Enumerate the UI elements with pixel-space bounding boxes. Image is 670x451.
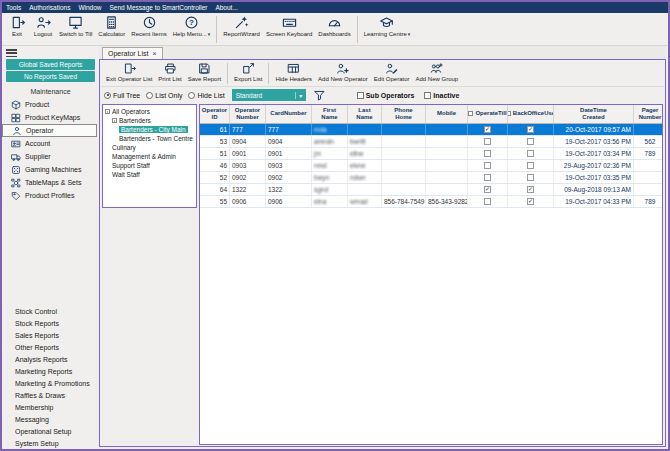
- sidebar-item-analysis-reports[interactable]: Analysis Reports: [2, 353, 99, 365]
- dropdown-arrow-icon[interactable]: ▾: [295, 92, 306, 99]
- exit-button[interactable]: Exit: [4, 14, 30, 45]
- sidebar-item-operator[interactable]: Operator: [2, 124, 97, 137]
- sidebar-item-product-keymaps[interactable]: Product KeyMaps: [2, 111, 99, 124]
- column-header-card[interactable]: CardNumber: [266, 105, 312, 123]
- menu-item-authorisations[interactable]: Authorisations: [29, 4, 70, 11]
- tree-item-management-admin[interactable]: Management & Admin: [103, 152, 196, 161]
- filter-funnel-button[interactable]: [313, 89, 326, 102]
- column-header-pager[interactable]: Pager Number: [634, 105, 663, 123]
- sidebar-item-product[interactable]: Product: [2, 98, 99, 111]
- main-toolbar: ExitLogoutSwitch to TillCalculatorRecent…: [2, 13, 668, 46]
- till-checkbox[interactable]: ✓: [484, 126, 491, 133]
- sidebar-item-product-profiles[interactable]: Product Profiles: [2, 189, 99, 202]
- sidebar-item-other-reports[interactable]: Other Reports: [2, 341, 99, 353]
- screen-keyboard-button[interactable]: Screen Keyboard: [263, 14, 315, 45]
- menu-item-about[interactable]: About...: [215, 4, 237, 11]
- sidebar-item-messaging[interactable]: Messaging: [2, 413, 99, 425]
- till-checkbox[interactable]: [484, 150, 491, 157]
- table-row[interactable]: 6413221322sgnd✓✓09-Aug-2018 09:13 AM: [200, 184, 662, 196]
- add-new-operator-button[interactable]: Add New Operator: [315, 61, 371, 86]
- table-row[interactable]: 5109010901jmelbw19-Oct-2017 03:34 PM789: [200, 148, 662, 160]
- hide-headers-button[interactable]: Hide Headers: [272, 61, 315, 86]
- radio-list-only[interactable]: List Only: [146, 92, 182, 99]
- back-checkbox[interactable]: ✓: [527, 126, 534, 133]
- report-wizard-button[interactable]: ReportWizard: [220, 14, 263, 45]
- column-header-first[interactable]: First Name: [312, 105, 348, 123]
- no-reports-saved-button[interactable]: No Reports Saved: [6, 71, 95, 82]
- hamburger-menu-icon[interactable]: [6, 49, 17, 57]
- sidebar-item-marketing-promotions[interactable]: Marketing & Promotions: [2, 377, 99, 389]
- column-header-back[interactable]: BackOfficeUse: [508, 105, 554, 123]
- column-header-mobile[interactable]: Mobile: [426, 105, 468, 123]
- help-menu-button[interactable]: ?Help Menu...▾: [170, 14, 214, 45]
- checkbox-sub-operators[interactable]: Sub Operators: [357, 92, 415, 99]
- sidebar-item-label: Gaming Machines: [25, 166, 81, 173]
- table-row[interactable]: 5309040904amndnbwrtlt19-Oct-2017 03:56 P…: [200, 136, 662, 148]
- menu-item-send-message-to-smartcontroller[interactable]: Send Message to SmartController: [110, 4, 208, 11]
- sidebar-item-stock-reports[interactable]: Stock Reports: [2, 317, 99, 329]
- sidebar-item-system-setup[interactable]: System Setup: [2, 437, 99, 449]
- sidebar-item-raffles-draws[interactable]: Raffles & Draws: [2, 389, 99, 401]
- save-report-button[interactable]: Save Report: [185, 61, 224, 86]
- sidebar-item-stock-control[interactable]: Stock Control: [2, 305, 99, 317]
- table-row[interactable]: 61777777mda✓✓20-Oct-2017 09:57 AM: [200, 124, 662, 136]
- till-checkbox[interactable]: [484, 138, 491, 145]
- tree-item-support-staff[interactable]: Support Staff: [103, 161, 196, 170]
- sidebar-item-operational-setup[interactable]: Operational Setup: [2, 425, 99, 437]
- back-checkbox[interactable]: ✓: [527, 186, 534, 193]
- calculator-button[interactable]: Calculator: [95, 14, 128, 45]
- column-header-number[interactable]: Operator Number: [230, 105, 266, 123]
- learning-centre-button[interactable]: Learning Centre▾: [361, 14, 414, 45]
- recent-items-button[interactable]: Recent Items: [128, 14, 169, 45]
- checkbox-inactive[interactable]: Inactive: [424, 92, 459, 99]
- tree-item-wait-staff[interactable]: Wait Staff: [103, 170, 196, 179]
- column-header-last[interactable]: Last Name: [348, 105, 382, 123]
- tab-operator-list[interactable]: Operator List ×: [102, 47, 163, 59]
- tree-item-culinary[interactable]: Culinary: [103, 143, 196, 152]
- tree-expander-icon[interactable]: [105, 109, 110, 114]
- till-checkbox[interactable]: [484, 198, 491, 205]
- sidebar-item-marketing-reports[interactable]: Marketing Reports: [2, 365, 99, 377]
- print-list-button[interactable]: Print List: [155, 61, 184, 86]
- logout-button[interactable]: Logout: [30, 14, 56, 45]
- column-header-till[interactable]: OperateTill: [468, 105, 508, 123]
- global-saved-reports-button[interactable]: Global Saved Reports: [6, 59, 95, 70]
- sidebar-item-supplier[interactable]: Supplier: [2, 150, 99, 163]
- exit-operator-list-button[interactable]: Exit Operator List: [103, 61, 155, 86]
- switch-to-till-button[interactable]: Switch to Till: [56, 14, 95, 45]
- till-checkbox[interactable]: ✓: [484, 186, 491, 193]
- sidebar-item-membership[interactable]: Membership: [2, 401, 99, 413]
- back-checkbox[interactable]: [527, 138, 534, 145]
- tree-item-bartenders-town-centre[interactable]: Bartenders - Town Centre: [103, 134, 196, 143]
- add-new-group-button[interactable]: Add New Group: [413, 61, 462, 86]
- back-checkbox[interactable]: [527, 174, 534, 181]
- radio-full-tree[interactable]: Full Tree: [104, 92, 140, 99]
- back-checkbox[interactable]: ✓: [527, 198, 534, 205]
- tree-item-bartenders-city-main[interactable]: Bartenders - City Main: [103, 125, 196, 134]
- column-header-phone[interactable]: Phone Home: [382, 105, 426, 123]
- menu-item-window[interactable]: Window: [78, 4, 101, 11]
- tree-item-all-operators[interactable]: All Operators: [103, 107, 196, 116]
- sidebar-item-gaming-machines[interactable]: Gaming Machines: [2, 163, 99, 176]
- column-header-created[interactable]: DateTime Created: [554, 105, 634, 123]
- dashboards-button[interactable]: Dashboards: [315, 14, 353, 45]
- sidebar-item-account[interactable]: Account: [2, 137, 99, 150]
- sidebar-item-tablemaps-sets[interactable]: TableMaps & Sets: [2, 176, 99, 189]
- column-header-id[interactable]: Operator ID: [200, 105, 230, 123]
- tree-item-bartenders[interactable]: Bartenders: [103, 116, 196, 125]
- sidebar-item-sales-reports[interactable]: Sales Reports: [2, 329, 99, 341]
- radio-hide-list[interactable]: Hide List: [188, 92, 224, 99]
- menu-item-tools[interactable]: Tools: [6, 4, 21, 11]
- edit-operator-button[interactable]: Edit Operator: [371, 61, 413, 86]
- tab-close-icon[interactable]: ×: [152, 50, 156, 57]
- back-checkbox[interactable]: [527, 162, 534, 169]
- till-checkbox[interactable]: [484, 162, 491, 169]
- table-row[interactable]: 5209020902bwynndwn19-Oct-2017 03:35 PM: [200, 172, 662, 184]
- tree-expander-icon[interactable]: [112, 118, 117, 123]
- table-row[interactable]: 4609030903nmdelvne29-Aug-2017 02:36 PM: [200, 160, 662, 172]
- table-row[interactable]: 5509060906elnawrnad856-784-7549856-343-9…: [200, 196, 662, 208]
- export-list-button[interactable]: Export List: [231, 61, 265, 86]
- layout-dropdown[interactable]: Standard ▾: [232, 89, 306, 101]
- till-checkbox[interactable]: [484, 174, 491, 181]
- back-checkbox[interactable]: [527, 150, 534, 157]
